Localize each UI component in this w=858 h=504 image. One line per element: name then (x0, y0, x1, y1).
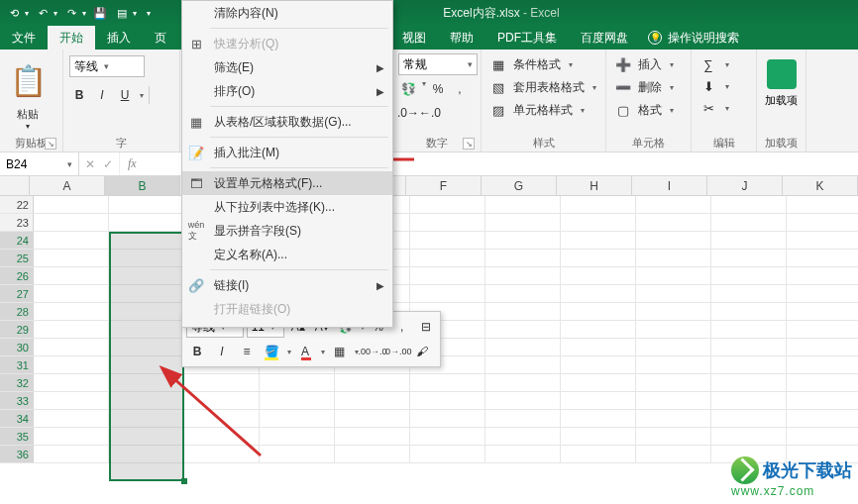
cm-clear-contents[interactable]: 清除内容(N) (182, 1, 392, 25)
cell[interactable] (711, 285, 787, 303)
cell[interactable] (787, 303, 858, 321)
tell-me-search[interactable]: 💡 操作说明搜索 (648, 26, 739, 50)
dialog-launcher-icon[interactable]: ↘ (45, 138, 56, 150)
cell[interactable] (711, 374, 787, 392)
cell[interactable] (34, 303, 109, 321)
cell[interactable] (561, 374, 636, 392)
comma-button[interactable]: , (391, 316, 412, 338)
cell[interactable] (34, 250, 109, 267)
conditional-format-button[interactable]: ▦条件格式▾ (487, 53, 598, 76)
cell[interactable] (34, 392, 109, 410)
row-header[interactable]: 30 (0, 339, 34, 356)
dropdown-icon[interactable]: ▾ (25, 9, 29, 18)
cell[interactable] (787, 339, 858, 356)
cell[interactable] (636, 321, 711, 339)
cell-style-button[interactable]: ▨单元格样式▾ (487, 99, 598, 122)
cm-filter[interactable]: 筛选(E)▶ (182, 55, 392, 79)
cell[interactable] (561, 446, 636, 463)
cell[interactable] (485, 214, 561, 232)
cell[interactable] (34, 214, 109, 232)
cell[interactable] (561, 428, 636, 446)
font-name-combo[interactable]: 等线▾ (69, 55, 145, 77)
cells-area[interactable] (34, 196, 858, 463)
cell[interactable] (561, 303, 636, 321)
select-all-corner[interactable] (0, 176, 30, 195)
tab-page[interactable]: 页 (143, 26, 178, 50)
cell[interactable] (636, 232, 711, 250)
cell[interactable] (561, 250, 636, 267)
cell[interactable] (636, 339, 711, 356)
cell[interactable] (34, 356, 109, 374)
cell[interactable] (485, 196, 561, 214)
fill-button[interactable]: ⬇▾ (697, 75, 731, 97)
cell[interactable] (34, 321, 109, 339)
cm-format-cells[interactable]: 🗔设置单元格格式(F)... (182, 171, 392, 195)
cell[interactable] (636, 303, 711, 321)
cell[interactable] (485, 321, 561, 339)
cell[interactable] (485, 428, 561, 446)
cell[interactable] (260, 392, 335, 410)
row-header[interactable]: 36 (0, 446, 34, 463)
dropdown-icon[interactable]: ▾ (133, 9, 137, 18)
addin-icon[interactable] (767, 59, 797, 89)
row-header[interactable]: 34 (0, 410, 34, 428)
cell[interactable] (410, 374, 485, 392)
cell[interactable] (34, 410, 109, 428)
cell[interactable] (787, 356, 858, 374)
italic-button[interactable]: I (211, 341, 233, 362)
row-header[interactable]: 33 (0, 392, 34, 410)
cell[interactable] (711, 392, 787, 410)
cell[interactable] (410, 232, 485, 250)
cell[interactable] (260, 410, 335, 428)
row-header[interactable]: 26 (0, 267, 34, 285)
tab-insert[interactable]: 插入 (95, 26, 143, 50)
cm-pick-from-dropdown[interactable]: 从下拉列表中选择(K)... (182, 195, 392, 219)
cell[interactable] (410, 250, 485, 267)
cell[interactable] (335, 428, 410, 446)
cell[interactable] (34, 267, 109, 285)
cell[interactable] (787, 232, 858, 250)
cell[interactable] (561, 232, 636, 250)
column-header[interactable]: G (482, 176, 557, 195)
cell[interactable] (410, 214, 485, 232)
cell[interactable] (561, 410, 636, 428)
cell[interactable] (711, 214, 787, 232)
save-icon[interactable]: 💾 (92, 5, 108, 21)
insert-cells-button[interactable]: ➕插入▾ (612, 53, 676, 76)
cell[interactable] (711, 356, 787, 374)
undo-icon[interactable]: ↶ (35, 5, 51, 21)
cell[interactable] (711, 410, 787, 428)
cell[interactable] (787, 428, 858, 446)
cell[interactable] (109, 214, 184, 232)
cell[interactable] (34, 374, 109, 392)
fx-icon[interactable]: fx (120, 152, 145, 175)
cell[interactable] (410, 267, 485, 285)
row-header[interactable]: 29 (0, 321, 34, 339)
cell[interactable] (787, 267, 858, 285)
bold-button[interactable]: B (69, 85, 89, 105)
cell[interactable] (561, 392, 636, 410)
cell[interactable] (410, 428, 485, 446)
cell[interactable] (711, 196, 787, 214)
cell[interactable] (561, 339, 636, 356)
cell[interactable] (711, 232, 787, 250)
cell[interactable] (410, 196, 485, 214)
cell[interactable] (485, 250, 561, 267)
row-header[interactable]: 31 (0, 356, 34, 374)
delete-cells-button[interactable]: ➖删除▾ (612, 76, 676, 99)
cell[interactable] (787, 321, 858, 339)
tab-help[interactable]: 帮助 (438, 26, 485, 50)
cell[interactable] (410, 285, 485, 303)
cell[interactable] (485, 303, 561, 321)
table-format-button[interactable]: ▧套用表格格式▾ (487, 76, 598, 99)
format-painter-button[interactable]: 🖌 (411, 341, 433, 362)
cell[interactable] (485, 446, 561, 463)
cell[interactable] (711, 250, 787, 267)
cell[interactable] (711, 321, 787, 339)
cell[interactable] (109, 196, 184, 214)
cell[interactable] (787, 250, 858, 267)
dropdown-icon[interactable]: ▾ (54, 9, 57, 18)
row-header[interactable]: 27 (0, 285, 34, 303)
column-header[interactable]: H (557, 176, 632, 195)
fill-color-button[interactable]: 🪣 (261, 341, 282, 362)
